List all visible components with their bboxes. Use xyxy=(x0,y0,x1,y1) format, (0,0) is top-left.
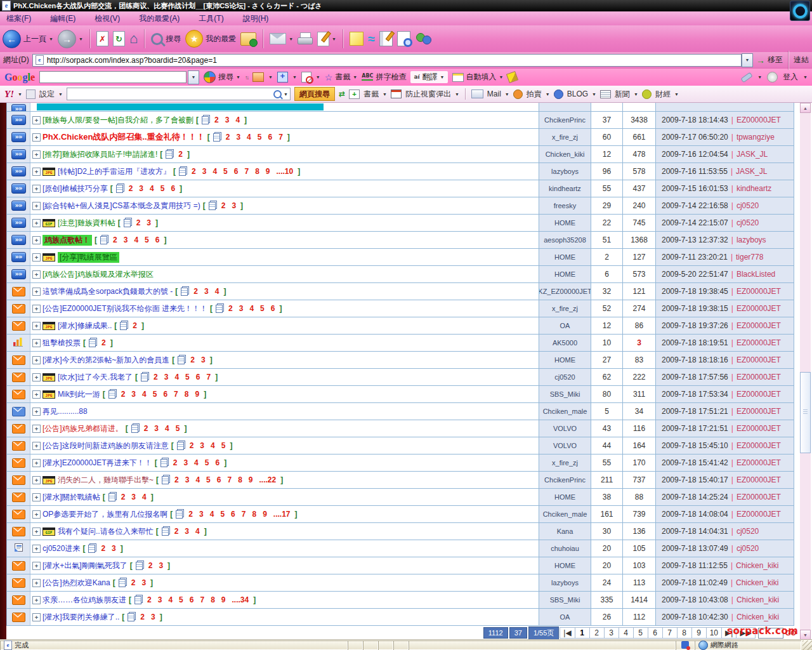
thread-page-link[interactable]: 8 xyxy=(252,510,256,519)
thread-page-link[interactable]: 2 xyxy=(131,578,136,587)
thread-page-link[interactable]: 2 xyxy=(101,544,105,553)
last-poster-link[interactable]: EZ00000JET xyxy=(737,338,781,347)
thread-page-link[interactable]: 2 xyxy=(136,218,141,227)
author-link[interactable]: x_fire_zj xyxy=(552,305,578,312)
last-poster-link[interactable]: EZ00000JET xyxy=(737,373,781,381)
thread-title-link[interactable]: OP参选要开始了，族里有几位报名啊 xyxy=(43,509,167,520)
thread-page-link[interactable]: 6 xyxy=(196,373,200,381)
yahoo-logo[interactable]: Y! xyxy=(4,89,14,100)
last-poster-link[interactable]: JASK_JL xyxy=(737,150,768,159)
thread-page-link[interactable]: 4 xyxy=(215,287,219,296)
menu-tools[interactable]: 工具(T) xyxy=(199,13,223,24)
poll-icon[interactable] xyxy=(13,337,23,349)
thread-title-link[interactable]: [灌水]我要闭关修練了.. xyxy=(43,612,119,623)
expand-toggle[interactable]: + xyxy=(32,339,41,347)
thread-title-link[interactable]: [注意]雞族資料帖 xyxy=(58,218,115,229)
thread-title-link[interactable]: [公告]EZ00000JET别说我不给你面 进来先！！！ xyxy=(43,303,207,314)
thread-title-link[interactable]: [吹水]过了今天.我老了 xyxy=(58,372,133,383)
settings-label[interactable]: 設定 xyxy=(39,89,55,100)
thread-page-link[interactable]: 3 xyxy=(131,493,136,501)
envelope-icon[interactable] xyxy=(12,355,25,365)
last-poster-link[interactable]: EZ00000JET xyxy=(737,493,781,501)
chevron-down-icon[interactable]: ▼ xyxy=(803,75,808,79)
wrench-icon[interactable] xyxy=(740,72,752,83)
signin-label[interactable]: 登入 xyxy=(783,72,798,83)
expand-toggle[interactable]: + xyxy=(32,373,41,381)
envelope-icon[interactable] xyxy=(12,561,25,571)
thread-title-link[interactable]: 鸡族点歌帖！ xyxy=(43,235,92,246)
thread-page-link[interactable]: 6 xyxy=(190,595,194,604)
last-poster-link[interactable]: EZ00000JET xyxy=(737,287,781,296)
thread-title-link[interactable]: [灌水]關於戰績帖 xyxy=(43,492,100,503)
thread-page-link[interactable]: 5 xyxy=(179,595,183,604)
thread-title-link[interactable]: [公告]这段时间新进鸡族的朋友请注意 xyxy=(43,441,169,451)
scroll-down-button[interactable]: ▼ xyxy=(800,630,811,640)
thread-page-link[interactable]: 4 xyxy=(235,116,240,124)
research-button[interactable] xyxy=(397,31,410,46)
chevron-down-icon[interactable]: ▼ xyxy=(284,92,288,96)
last-poster-link[interactable]: Chicken_kiki xyxy=(736,561,778,570)
stop-button[interactable]: ✗ xyxy=(96,31,108,46)
last-poster-link[interactable]: EZ00000JET xyxy=(737,441,781,450)
thread-title-link[interactable]: 這號準備成爲全sorpack負錢最大的號 - xyxy=(43,286,173,297)
finance-icon[interactable] xyxy=(642,90,652,99)
menu-help[interactable]: 說明(H) xyxy=(243,13,269,24)
url-input[interactable]: e http://sorpack.com/index.asp?boardid=2… xyxy=(32,54,742,67)
chevron-down-icon[interactable]: ▼ xyxy=(18,92,22,96)
page-link[interactable]: 4 xyxy=(619,627,634,639)
thread-page-link[interactable]: 7 xyxy=(278,133,283,142)
thread-page-link[interactable]: 2 xyxy=(188,510,193,519)
resize-grip[interactable] xyxy=(802,640,812,650)
author-link[interactable]: Chciken_male xyxy=(543,408,587,415)
expand-toggle[interactable]: + xyxy=(32,510,41,519)
author-link[interactable]: lazyboys xyxy=(551,168,579,175)
thread-page-link[interactable]: 8 xyxy=(238,475,242,484)
highlighter-icon[interactable] xyxy=(506,71,518,83)
thread-page-link[interactable]: 3 xyxy=(201,355,206,364)
menu-view[interactable]: 檢視(V) xyxy=(95,13,120,24)
thread-page-link[interactable]: 3 xyxy=(199,510,204,519)
author-link[interactable]: Kana xyxy=(557,527,573,535)
last-poster-link[interactable]: EZ00000JET xyxy=(737,355,781,364)
thread-page-link[interactable]: 4 xyxy=(249,304,254,313)
expand-toggle[interactable]: + xyxy=(32,202,41,210)
thread-page-link[interactable]: 2 xyxy=(102,338,106,347)
first-page-button[interactable]: |◀ xyxy=(560,627,575,639)
thread-title-link[interactable]: [公告]热烈欢迎Kana xyxy=(43,578,110,588)
print-button[interactable] xyxy=(298,32,313,45)
popup-blocker-label[interactable]: 防止視窗彈出 xyxy=(405,89,451,100)
expand-toggle[interactable]: + xyxy=(32,408,41,416)
thread-title-link[interactable]: 狙擊槍投票 xyxy=(43,338,81,348)
thread-page-link[interactable]: 9 xyxy=(249,475,253,484)
last-poster-link[interactable]: cj0520 xyxy=(737,544,759,553)
expand-toggle[interactable]: + xyxy=(32,133,41,142)
envelope-icon[interactable] xyxy=(12,510,25,519)
page-link[interactable]: 3 xyxy=(604,627,619,639)
expand-toggle[interactable]: + xyxy=(32,305,41,313)
thread-page-link[interactable]: 2 xyxy=(178,150,183,159)
thread-page-link[interactable]: 6 xyxy=(268,133,272,142)
thread-page-link[interactable]: 2 xyxy=(214,116,219,124)
chevron-down-icon[interactable]: ▼ xyxy=(58,92,63,96)
thread-page-link[interactable]: 2 xyxy=(133,321,137,330)
expand-toggle[interactable]: + xyxy=(32,596,41,604)
thread-title-link[interactable]: Mik到此一游 xyxy=(58,389,100,400)
author-link[interactable]: OA xyxy=(560,613,570,621)
expand-toggle[interactable]: + xyxy=(32,185,41,193)
back-button[interactable]: ← 上一頁 ▼ xyxy=(3,30,53,48)
last-poster-link[interactable]: EZ00000JET xyxy=(737,304,781,313)
author-link[interactable]: VOLVO xyxy=(553,442,577,449)
last-poster-link[interactable]: EZ00000JET xyxy=(737,116,781,124)
thread-page-link[interactable]: 5 xyxy=(153,390,157,399)
thread-page-link[interactable]: 3 xyxy=(131,390,136,399)
envelope-icon[interactable] xyxy=(12,493,25,502)
expand-toggle[interactable]: + xyxy=(32,322,41,330)
menu-file[interactable]: 檔案(F) xyxy=(6,13,31,24)
thread-page-link[interactable]: 2 xyxy=(190,441,194,450)
thread-page-link[interactable]: 3 xyxy=(202,167,207,176)
author-link[interactable]: x_fire_zj xyxy=(552,133,578,141)
thread-page-link[interactable]: 3 xyxy=(158,595,162,604)
thread-page-link[interactable]: 6 xyxy=(171,184,175,193)
thread-page-link[interactable]: 4 xyxy=(247,133,251,142)
chevron-down-icon[interactable]: ▼ xyxy=(268,75,273,79)
